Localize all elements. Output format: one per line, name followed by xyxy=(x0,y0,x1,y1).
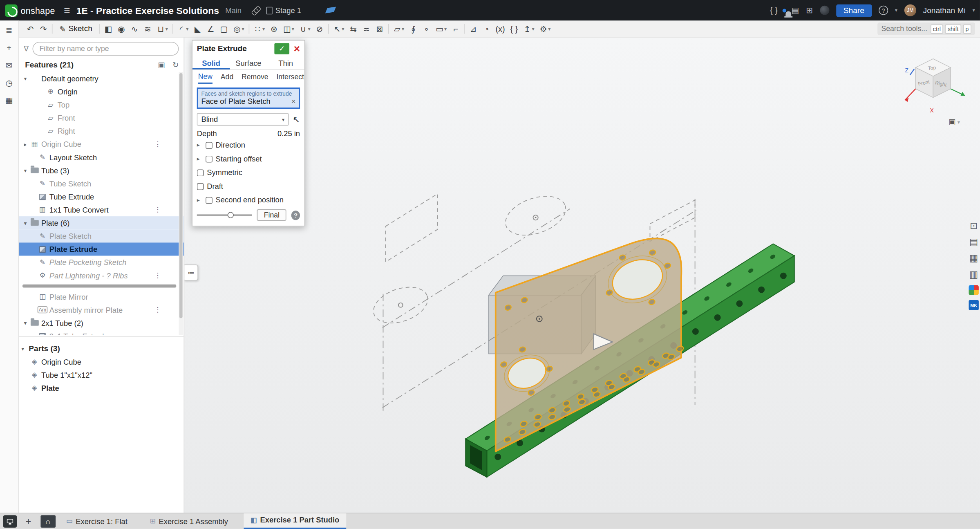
screen-icon[interactable]: ⊡ xyxy=(970,220,978,231)
offset-surface-button[interactable]: ≍ xyxy=(360,21,373,36)
chevron-down-icon[interactable]: ▾ xyxy=(532,26,534,31)
chevron-down-icon[interactable]: ▾ xyxy=(292,26,294,31)
history-panel-icon[interactable]: ◷ xyxy=(6,78,13,87)
tables-panel-icon[interactable]: ▦ xyxy=(5,96,13,105)
chevron-down-icon[interactable]: ▾ xyxy=(548,26,550,31)
plane-button[interactable]: ▱▾ xyxy=(391,21,407,36)
variable-button[interactable]: (x) xyxy=(493,21,507,36)
feature-tree-scroll[interactable]: ▾Default geometry⊕Origin▱Top▱Front▱Right… xyxy=(19,72,184,335)
suppress-indicator-icon[interactable]: ⋮ xyxy=(154,140,161,148)
draft-checkbox[interactable] xyxy=(197,183,204,190)
feature-row[interactable]: Plate Extrude xyxy=(19,242,184,256)
user-chevron-down-icon[interactable]: ▾ xyxy=(973,7,975,13)
thicken-button[interactable]: ⊔▾ xyxy=(154,21,170,36)
option-row-symmetric[interactable]: Symmetric xyxy=(192,166,304,179)
split-button[interactable]: ⊘ xyxy=(313,21,326,36)
sweep-button[interactable]: ∿ xyxy=(128,21,141,36)
onshape-logo[interactable]: onshape xyxy=(5,4,55,17)
option-row-draft[interactable]: Draft xyxy=(192,179,304,193)
tab-solid[interactable]: Solid xyxy=(192,57,230,69)
starting-offset-checkbox[interactable] xyxy=(206,155,213,162)
share-button[interactable]: Share xyxy=(836,4,872,17)
comments-panel-icon[interactable]: ✉ xyxy=(6,61,13,70)
tab-thin[interactable]: Thin xyxy=(267,57,304,69)
chevron-right-icon[interactable]: ▸ xyxy=(21,141,29,147)
chevron-down-icon[interactable]: ▾ xyxy=(444,26,447,31)
tab-exercise-1-part-studio[interactable]: ◧Exercise 1 Part Studio xyxy=(244,513,346,529)
suppress-indicator-icon[interactable]: ⋮ xyxy=(154,306,161,314)
tab-surface[interactable]: Surface xyxy=(230,57,267,69)
scope-tab-remove[interactable]: Remove xyxy=(242,71,268,83)
undo-button[interactable]: ↶ xyxy=(24,21,37,36)
help-icon[interactable]: ? xyxy=(879,6,888,15)
mass-properties-button[interactable]: ◔ xyxy=(480,21,493,36)
helix-button[interactable]: ∮ xyxy=(407,21,420,36)
featurescript-notification-icon[interactable]: { } xyxy=(770,6,778,15)
feature-row[interactable]: ▱Front xyxy=(19,111,184,124)
clear-selection-icon[interactable]: × xyxy=(291,97,296,105)
rollback-slider[interactable] xyxy=(197,211,252,219)
sheet-metal-button[interactable]: ▭▾ xyxy=(433,21,450,36)
add-tab-button[interactable]: + xyxy=(20,516,37,527)
chevron-down-icon[interactable]: ▾ xyxy=(242,26,244,31)
flip-direction-button[interactable]: ↖ xyxy=(293,114,300,124)
option-row-starting-offset[interactable]: ▸Starting offset xyxy=(192,152,304,166)
assistant-icon[interactable] xyxy=(820,6,829,15)
home-tab-button[interactable]: ⌂ xyxy=(40,515,56,527)
view-cube[interactable]: Top Front Right Z X xyxy=(894,41,975,123)
filter-input[interactable] xyxy=(33,42,179,56)
transform-button[interactable]: ↖▾ xyxy=(331,21,347,36)
chevron-right-icon[interactable]: ▸ xyxy=(197,142,203,148)
symmetric-checkbox[interactable] xyxy=(197,169,204,176)
panel-flyout-handle[interactable]: ≔ xyxy=(184,264,198,281)
chevron-down-icon[interactable]: ▾ xyxy=(342,26,344,31)
apps-grid-icon[interactable]: ⊞ xyxy=(806,6,813,15)
feature-row[interactable]: ▱Top xyxy=(19,98,184,111)
chevron-right-icon[interactable]: ▸ xyxy=(197,197,203,203)
feature-history-icon[interactable]: ↻ xyxy=(172,61,179,69)
learning-center-icon[interactable] xyxy=(326,7,336,14)
scope-tab-new[interactable]: New xyxy=(198,70,213,84)
rollback-bar[interactable] xyxy=(22,285,176,288)
view-options-button[interactable]: ▣ ▾ xyxy=(949,118,960,126)
chevron-down-icon[interactable]: ▾ xyxy=(21,75,29,81)
mkcad-icon[interactable]: MK xyxy=(969,300,978,310)
dialog-help-icon[interactable]: ? xyxy=(291,211,300,220)
feature-row[interactable]: ✎Tube Sketch xyxy=(19,177,184,190)
chevron-down-icon[interactable]: ▾ xyxy=(166,26,168,31)
feature-row[interactable]: 2x1 Tube Extrude xyxy=(19,330,184,335)
feature-row[interactable]: ▥1x1 Tube Convert⋮ xyxy=(19,203,184,216)
feature-row[interactable]: ⚙Part Lightening - ? Ribs⋮ xyxy=(19,269,184,282)
point-button[interactable]: ∘ xyxy=(420,21,433,36)
selection-field[interactable]: Faces and sketch regions to extrude Face… xyxy=(197,87,300,109)
chevron-down-icon[interactable]: ▾ xyxy=(186,26,188,31)
chevron-down-icon[interactable]: ▾ xyxy=(308,26,311,31)
sketch-button[interactable]: ✎ Sketch xyxy=(54,21,97,36)
delete-face-button[interactable]: ⊠ xyxy=(373,21,386,36)
feature-row[interactable]: ▸▦Origin Cube⋮ xyxy=(19,137,184,150)
tree-scrollbar-thumb[interactable] xyxy=(179,73,183,318)
feature-row[interactable]: ▾2x1 Tube (2) xyxy=(19,316,184,330)
redo-button[interactable]: ↷ xyxy=(37,21,50,36)
help-chevron-down-icon[interactable]: ▾ xyxy=(895,7,897,13)
feature-row[interactable]: ✎Plate Pocketing Sketch xyxy=(19,256,184,269)
task-queue-icon[interactable]: ▤ xyxy=(792,6,799,15)
hole-button[interactable]: ◎▾ xyxy=(230,21,247,36)
search-tools-button[interactable]: Search tools... ctrlshiftp xyxy=(877,22,975,35)
scope-tab-intersect[interactable]: Intersect xyxy=(276,71,304,83)
help-center-button[interactable] xyxy=(3,515,17,527)
apps-colored-icon[interactable] xyxy=(969,285,978,295)
mirror-button[interactable]: ◫▾ xyxy=(280,21,297,36)
avatar[interactable]: JM xyxy=(904,4,916,16)
feature-row[interactable]: ▾Default geometry xyxy=(19,72,184,85)
confirm-button[interactable]: ✓ xyxy=(274,43,289,55)
tab-exercise-1-flat[interactable]: ▭Exercise 1: Flat xyxy=(59,513,134,529)
feature-list-panel-icon[interactable]: ≣ xyxy=(6,26,13,35)
suppress-indicator-icon[interactable]: ⋮ xyxy=(154,206,161,214)
linear-pattern-button[interactable]: ∷▾ xyxy=(251,21,267,36)
chevron-down-icon[interactable]: ▾ xyxy=(21,167,29,173)
document-title[interactable]: 1E - Practice Exercise Solutions xyxy=(76,5,219,16)
parts-header-row[interactable]: ▾ Parts (3) xyxy=(19,342,184,355)
feature-row[interactable]: ▾Tube (3) xyxy=(19,164,184,177)
flange-button[interactable]: ⌐ xyxy=(449,21,462,36)
